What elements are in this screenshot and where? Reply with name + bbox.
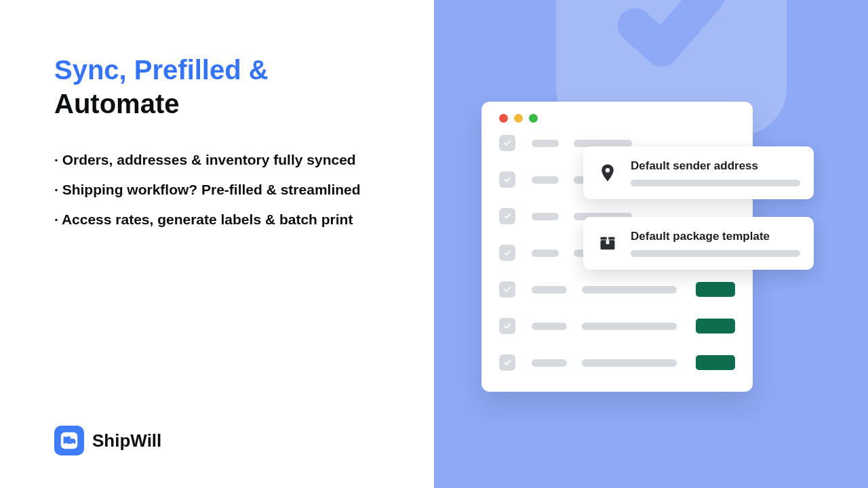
svg-point-3	[606, 168, 610, 173]
checkbox-icon	[499, 318, 515, 334]
svg-point-1	[64, 443, 67, 446]
placeholder-bar	[532, 323, 567, 330]
placeholder-bar	[582, 323, 677, 330]
placeholder-bar	[582, 359, 677, 367]
svg-rect-7	[608, 237, 614, 240]
headline-line1: Sync, Prefilled &	[54, 54, 420, 85]
placeholder-bar	[532, 140, 559, 147]
minimize-icon	[514, 114, 523, 123]
svg-rect-5	[606, 240, 610, 244]
placeholder-bar	[532, 359, 567, 367]
headline-line2: Automate	[54, 88, 420, 119]
checkbox-icon	[499, 354, 515, 371]
callout-title: Default sender address	[631, 159, 800, 173]
feature-bullet: Orders, addresses & inventory fully sync…	[54, 152, 420, 168]
status-tag	[696, 282, 735, 297]
placeholder-bar	[582, 286, 677, 293]
svg-rect-6	[601, 237, 607, 240]
placeholder-bar	[631, 180, 800, 186]
maximize-icon	[529, 114, 538, 123]
window-traffic-lights	[499, 114, 735, 123]
status-tag	[696, 355, 735, 370]
list-row	[499, 318, 735, 334]
feature-bullet: Shipping workflow? Pre-filled & streamli…	[54, 182, 420, 198]
placeholder-bar	[574, 140, 632, 147]
checkbox-icon	[499, 281, 515, 298]
status-tag	[696, 319, 735, 333]
close-icon	[499, 114, 508, 123]
feature-bullets: Orders, addresses & inventory fully sync…	[54, 152, 420, 228]
checkbox-icon	[499, 208, 515, 224]
checkbox-icon	[499, 135, 515, 151]
brand-logo	[54, 426, 84, 455]
callout-default-package: Default package template	[583, 217, 814, 270]
placeholder-bar	[631, 250, 800, 257]
package-icon	[594, 230, 621, 257]
callout-title: Default package template	[631, 230, 800, 243]
placeholder-bar	[532, 286, 567, 293]
list-row	[499, 281, 735, 298]
feature-bullet: Access rates, generate labels & batch pr…	[54, 211, 420, 228]
checkbox-icon	[499, 245, 515, 261]
brand-name: ShipWill	[92, 430, 161, 451]
map-pin-icon	[594, 159, 621, 186]
placeholder-bar	[532, 176, 559, 184]
svg-point-2	[72, 443, 75, 446]
brand-block: ShipWill	[54, 426, 161, 455]
checkbox-icon	[499, 171, 515, 188]
callout-default-sender: Default sender address	[583, 146, 814, 199]
hero-copy: Sync, Prefilled & Automate Orders, addre…	[54, 54, 420, 241]
placeholder-bar	[532, 249, 559, 257]
list-row	[499, 354, 735, 371]
placeholder-bar	[532, 213, 559, 220]
